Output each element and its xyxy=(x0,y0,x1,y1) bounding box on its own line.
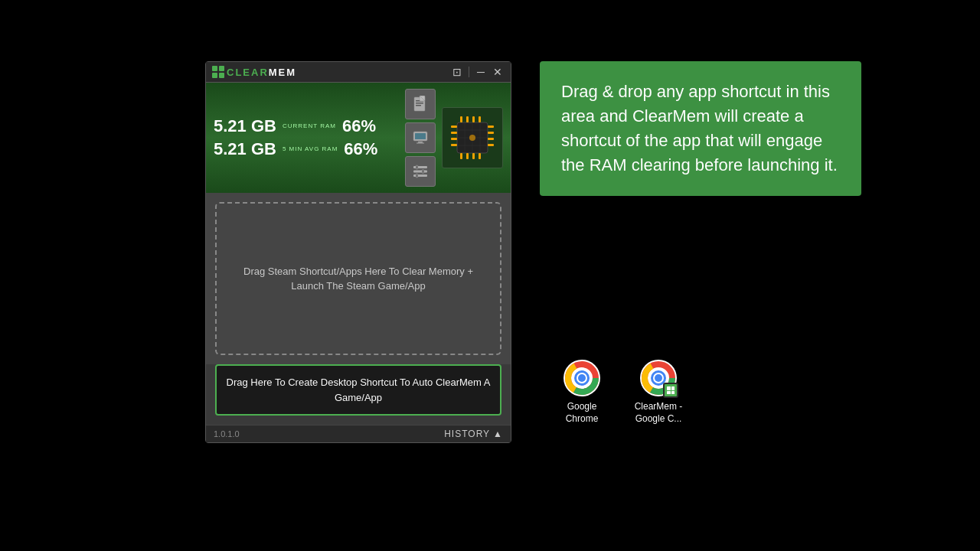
badge-sq-2 xyxy=(671,386,675,390)
logo-sq-3 xyxy=(212,73,217,78)
title-divider xyxy=(469,67,469,77)
avg-ram-labels: 5 MIN AVG RAM xyxy=(283,146,338,153)
avg-ram-row: 5.21 GB 5 MIN AVG RAM 66% xyxy=(214,139,399,159)
current-ram-value: 5.21 GB xyxy=(214,116,276,136)
app-title: CLEARMEM xyxy=(227,67,296,78)
svg-rect-36 xyxy=(472,153,475,159)
title-bar-left: CLEARMEM xyxy=(212,66,296,78)
history-button[interactable]: HISTORY ▲ xyxy=(444,429,503,439)
clearmem-chrome-desktop-icon[interactable]: ClearMem - Google C... xyxy=(628,360,689,425)
history-label: HISTORY xyxy=(444,429,490,439)
drop-area-text: Drag Steam Shortcut/Apps Here To Clear M… xyxy=(232,264,485,294)
status-bar: 1.0.1.0 HISTORY ▲ xyxy=(206,425,511,442)
current-ram-label: CURRENT RAM xyxy=(283,123,336,130)
monitor-icon xyxy=(412,129,429,146)
avg-ram-percent: 66% xyxy=(344,139,377,159)
current-ram-row: 5.21 GB CURRENT RAM 66% xyxy=(214,116,399,136)
info-panel: Drag & drop any app shortcut in this are… xyxy=(540,61,861,196)
svg-rect-13 xyxy=(422,170,424,174)
svg-rect-27 xyxy=(488,132,494,134)
clearmem-chrome-icon-wrapper xyxy=(640,360,677,396)
svg-rect-9 xyxy=(413,166,427,168)
svg-rect-3 xyxy=(416,105,421,106)
svg-rect-34 xyxy=(460,153,462,159)
svg-rect-32 xyxy=(472,116,475,122)
svg-rect-28 xyxy=(488,138,494,140)
title-bar-right: ⊡ ─ ✕ xyxy=(450,65,505,79)
desktop-drop-container: Drag Here To Create Desktop Shortcut To … xyxy=(215,364,501,416)
svg-rect-12 xyxy=(416,165,418,169)
svg-rect-35 xyxy=(466,153,469,159)
svg-rect-33 xyxy=(479,116,481,122)
badge-sq-1 xyxy=(667,386,671,390)
app-window: CLEARMEM ⊡ ─ ✕ 5.21 GB CURRENT RAM 66% 5… xyxy=(205,61,511,443)
clearmem-badge xyxy=(663,383,678,398)
desktop-icons-area: Google Chrome xyxy=(551,360,689,425)
stats-area: 5.21 GB CURRENT RAM 66% 5.21 GB 5 MIN AV… xyxy=(206,83,511,193)
stats-numbers: 5.21 GB CURRENT RAM 66% 5.21 GB 5 MIN AV… xyxy=(214,116,399,159)
svg-rect-6 xyxy=(415,133,426,139)
svg-rect-23 xyxy=(451,132,457,134)
minimize-button[interactable]: ─ xyxy=(474,65,488,79)
screenshot-button[interactable]: ⊡ xyxy=(450,65,464,79)
svg-rect-31 xyxy=(466,116,469,122)
file-icon xyxy=(412,96,429,112)
clearmem-badge-logo xyxy=(667,386,675,394)
current-ram-labels: CURRENT RAM xyxy=(283,123,336,130)
ram-chip-icon xyxy=(446,111,499,165)
current-ram-percent: 66% xyxy=(342,116,376,136)
title-prefix: CLEAR xyxy=(227,67,269,78)
svg-rect-7 xyxy=(418,142,423,143)
svg-rect-22 xyxy=(451,126,457,128)
steam-drop-area[interactable]: Drag Steam Shortcut/Apps Here To Clear M… xyxy=(215,202,501,355)
drop-zone-container: Drag Steam Shortcut/Apps Here To Clear M… xyxy=(206,193,511,364)
svg-rect-30 xyxy=(460,116,462,122)
info-panel-text: Drag & drop any app shortcut in this are… xyxy=(561,80,840,178)
logo-sq-4 xyxy=(219,73,224,78)
settings-button[interactable] xyxy=(405,156,436,187)
svg-point-45 xyxy=(578,374,586,382)
svg-rect-25 xyxy=(451,144,457,146)
svg-rect-2 xyxy=(416,103,423,104)
chrome-desktop-icon[interactable]: Google Chrome xyxy=(551,360,612,425)
badge-sq-4 xyxy=(671,391,675,395)
svg-rect-14 xyxy=(416,174,418,178)
svg-point-52 xyxy=(655,374,662,382)
svg-rect-11 xyxy=(413,174,427,177)
desktop-shortcut-drop[interactable]: Drag Here To Create Desktop Shortcut To … xyxy=(215,364,501,416)
close-button[interactable]: ✕ xyxy=(491,65,505,79)
svg-rect-8 xyxy=(416,143,424,144)
logo-icon xyxy=(212,66,224,78)
app-logo: CLEARMEM xyxy=(212,66,296,78)
svg-rect-29 xyxy=(488,144,494,146)
svg-rect-26 xyxy=(488,126,494,128)
clearmem-chrome-icon-label: ClearMem - Google C... xyxy=(628,401,689,425)
chrome-icon-label: Google Chrome xyxy=(551,401,612,425)
ram-chip-area xyxy=(442,107,503,168)
history-chevron-icon: ▲ xyxy=(493,429,503,439)
logo-sq-2 xyxy=(219,66,224,71)
file-button[interactable] xyxy=(405,89,436,119)
chrome-icon xyxy=(564,360,600,396)
monitor-button[interactable] xyxy=(405,122,436,153)
avg-ram-value: 5.21 GB xyxy=(214,139,276,159)
badge-sq-3 xyxy=(667,391,671,395)
version-label: 1.0.1.0 xyxy=(214,429,240,439)
action-buttons xyxy=(405,89,436,187)
svg-rect-10 xyxy=(413,171,427,173)
title-bar: CLEARMEM ⊡ ─ ✕ xyxy=(206,62,511,83)
settings-icon xyxy=(412,163,429,180)
title-suffix: MEM xyxy=(269,67,296,78)
svg-rect-37 xyxy=(479,153,481,159)
avg-ram-label: 5 MIN AVG RAM xyxy=(283,146,338,153)
logo-sq-1 xyxy=(212,66,217,71)
svg-point-38 xyxy=(469,135,475,141)
svg-rect-24 xyxy=(451,138,457,140)
